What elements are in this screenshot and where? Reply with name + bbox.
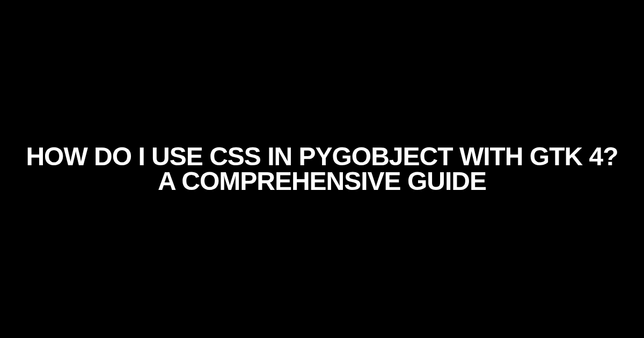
title-line-2: A Comprehensive Guide <box>26 169 618 194</box>
title-line-1: How do I use CSS in PyGObject with Gtk 4… <box>26 144 618 169</box>
title-container: How do I use CSS in PyGObject with Gtk 4… <box>4 144 639 193</box>
